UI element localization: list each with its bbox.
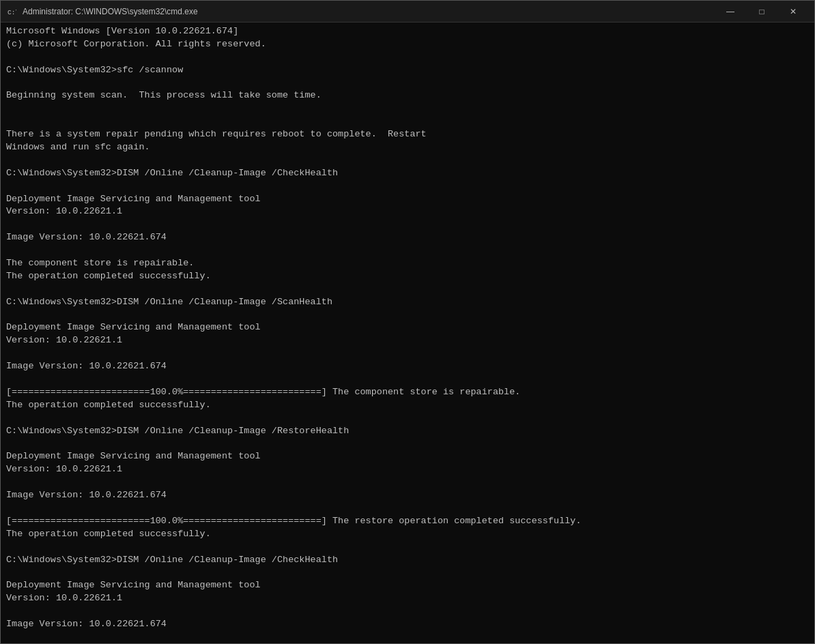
window-title: Administrator: C:\WINDOWS\system32\cmd.e… <box>23 7 198 16</box>
terminal-line <box>6 438 809 451</box>
title-bar: C:\ Administrator: C:\WINDOWS\system32\c… <box>1 1 814 23</box>
terminal-line <box>6 605 809 618</box>
terminal-line <box>6 412 809 425</box>
terminal-line: Microsoft Windows [Version 10.0.22621.67… <box>6 25 809 38</box>
terminal-line: C:\Windows\System32>DISM /Online /Cleanu… <box>6 296 809 309</box>
terminal-line: Deployment Image Servicing and Managemen… <box>6 579 809 592</box>
terminal-line: The operation completed successfully. <box>6 528 809 541</box>
terminal-line: Beginning system scan. This process will… <box>6 89 809 102</box>
terminal-line: C:\Windows\System32>sfc /scannow <box>6 64 809 77</box>
terminal-line: Deployment Image Servicing and Managemen… <box>6 321 809 334</box>
terminal-line <box>6 115 809 128</box>
terminal-line: C:\Windows\System32>DISM /Online /Cleanu… <box>6 425 809 438</box>
terminal-line: Windows and run sfc again. <box>6 141 809 154</box>
terminal-line: Version: 10.0.22621.1 <box>6 205 809 218</box>
terminal-line <box>6 566 809 579</box>
cmd-icon: C:\ <box>6 6 17 17</box>
terminal-line: Image Version: 10.0.22621.674 <box>6 618 809 631</box>
terminal-line: Image Version: 10.0.22621.674 <box>6 489 809 502</box>
terminal-line: C:\Windows\System32>DISM /Online /Cleanu… <box>6 167 809 180</box>
terminal-line: Deployment Image Servicing and Managemen… <box>6 450 809 463</box>
terminal-line <box>6 631 809 643</box>
terminal-line: [=========================100.0%========… <box>6 515 809 528</box>
terminal-line <box>6 102 809 115</box>
terminal-line: There is a system repair pending which r… <box>6 128 809 141</box>
cmd-window: C:\ Administrator: C:\WINDOWS\system32\c… <box>0 0 815 644</box>
terminal-line <box>6 244 809 257</box>
terminal-line <box>6 283 809 296</box>
terminal-line <box>6 309 809 322</box>
minimize-button[interactable]: — <box>715 1 746 23</box>
terminal-line: C:\Windows\System32>DISM /Online /Cleanu… <box>6 554 809 567</box>
terminal-output[interactable]: Microsoft Windows [Version 10.0.22621.67… <box>1 23 814 643</box>
window-controls: — □ ✕ <box>715 1 809 23</box>
terminal-line <box>6 77 809 90</box>
terminal-line: The operation completed successfully. <box>6 270 809 283</box>
terminal-line: The operation completed successfully. <box>6 399 809 412</box>
terminal-line: Version: 10.0.22621.1 <box>6 592 809 605</box>
terminal-line: Deployment Image Servicing and Managemen… <box>6 193 809 206</box>
terminal-line <box>6 347 809 360</box>
terminal-line <box>6 541 809 554</box>
terminal-line <box>6 154 809 167</box>
terminal-line <box>6 218 809 231</box>
title-bar-left: C:\ Administrator: C:\WINDOWS\system32\c… <box>6 6 198 17</box>
terminal-line: Image Version: 10.0.22621.674 <box>6 231 809 244</box>
terminal-line: (c) Microsoft Corporation. All rights re… <box>6 38 809 51</box>
terminal-line <box>6 476 809 489</box>
close-button[interactable]: ✕ <box>777 1 809 23</box>
maximize-button[interactable]: □ <box>746 1 777 23</box>
svg-text:C:\: C:\ <box>8 9 16 16</box>
terminal-line <box>6 180 809 193</box>
terminal-line: Image Version: 10.0.22621.674 <box>6 360 809 373</box>
terminal-line: Version: 10.0.22621.1 <box>6 334 809 347</box>
terminal-line: The component store is repairable. <box>6 257 809 270</box>
terminal-line <box>6 51 809 64</box>
terminal-line <box>6 373 809 386</box>
terminal-line: [=========================100.0%========… <box>6 386 809 399</box>
terminal-line: Version: 10.0.22621.1 <box>6 463 809 476</box>
terminal-line <box>6 502 809 515</box>
